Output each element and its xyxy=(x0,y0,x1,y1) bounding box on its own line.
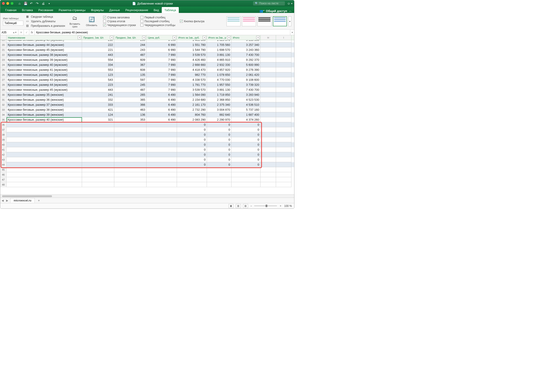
cell[interactable] xyxy=(276,162,291,167)
cell[interactable]: 4 374 260 xyxy=(232,117,261,122)
cell[interactable]: 0 xyxy=(207,147,232,152)
table-style-thumb-selected[interactable] xyxy=(273,16,287,26)
cell[interactable] xyxy=(82,177,114,182)
page-layout-icon[interactable]: ▥ xyxy=(236,204,241,208)
cell[interactable]: 7 990 xyxy=(146,62,177,67)
cell[interactable]: 553 xyxy=(82,67,114,72)
col-header[interactable]: I xyxy=(276,35,291,40)
cell[interactable]: 608 xyxy=(114,67,146,72)
cell[interactable]: 2 290 970 xyxy=(207,117,232,122)
cell[interactable] xyxy=(261,167,276,172)
cell[interactable] xyxy=(276,92,291,97)
cell[interactable] xyxy=(232,177,261,182)
accept-formula-button[interactable]: ✓ xyxy=(24,30,29,35)
cell[interactable] xyxy=(207,177,232,182)
cell[interactable]: 0 xyxy=(177,157,207,162)
cell[interactable] xyxy=(177,167,207,172)
cell[interactable] xyxy=(261,102,276,107)
cell[interactable]: 9 276 390 xyxy=(232,67,261,72)
cell[interactable] xyxy=(261,67,276,72)
cell[interactable] xyxy=(114,172,146,177)
cell[interactable] xyxy=(276,42,291,47)
cell[interactable]: 0 xyxy=(232,152,261,157)
banded-cols-checkbox[interactable]: Чередующиеся столбцы xyxy=(140,24,175,27)
cell[interactable] xyxy=(261,107,276,112)
expand-formula-icon[interactable]: ▾ xyxy=(290,30,294,35)
ribbon-tab[interactable]: Вид xyxy=(151,7,162,13)
cell[interactable] xyxy=(261,182,276,187)
cell[interactable]: 443 xyxy=(82,87,114,92)
cell[interactable]: 0 xyxy=(177,132,207,137)
cell[interactable]: 3 891 130 xyxy=(207,52,232,57)
cell[interactable]: 0 xyxy=(207,157,232,162)
cell[interactable]: 245 xyxy=(114,82,146,87)
row-header[interactable]: 46 xyxy=(0,172,7,177)
cell[interactable] xyxy=(114,167,146,172)
cell[interactable]: 609 xyxy=(114,57,146,62)
cell[interactable]: 4 523 530 xyxy=(232,97,261,102)
cell[interactable] xyxy=(146,172,177,177)
cell[interactable] xyxy=(276,142,291,147)
cell[interactable] xyxy=(7,152,82,157)
cell[interactable]: 597 xyxy=(114,77,146,82)
cell[interactable]: 5 600 990 xyxy=(232,62,261,67)
first-col-checkbox[interactable]: Первый столбец xyxy=(140,16,175,19)
cell[interactable]: Кроссовки беговые, размер 45 (мужские) xyxy=(7,47,82,52)
cell[interactable]: Кроссовки беговые, размер 35 (женские) xyxy=(7,92,82,97)
cell[interactable]: 243 xyxy=(114,47,146,52)
horizontal-scrollbar[interactable] xyxy=(0,194,294,198)
cell[interactable]: 0 xyxy=(177,127,207,132)
cell[interactable] xyxy=(82,132,114,137)
cell[interactable]: Кроссовки беговые, размер 38 (женские) xyxy=(7,107,82,112)
cell[interactable]: 1 628 670 xyxy=(207,40,232,42)
filter-icon[interactable]: ▾ xyxy=(173,36,176,39)
collapse-ribbon-icon[interactable]: ︿ xyxy=(289,9,292,13)
cell[interactable] xyxy=(261,117,276,122)
ribbon-tab[interactable]: Главная xyxy=(2,7,19,13)
cell[interactable]: 7 990 xyxy=(146,87,177,92)
cell[interactable]: 0 xyxy=(177,152,207,157)
row-header[interactable]: 34 xyxy=(0,112,7,117)
cell[interactable]: Кроссовки беговые, размер 44 (мужские) xyxy=(7,42,82,47)
cell[interactable] xyxy=(82,127,114,132)
row-header[interactable]: 25 xyxy=(0,67,7,72)
ribbon-tab[interactable]: Рецензирование xyxy=(123,7,151,13)
cell[interactable]: 443 xyxy=(82,52,114,57)
cell[interactable]: 0 xyxy=(177,142,207,147)
row-header[interactable]: 47 xyxy=(0,177,7,182)
cell[interactable]: 6 990 xyxy=(146,42,177,47)
cell[interactable] xyxy=(232,182,261,187)
cell[interactable] xyxy=(82,182,114,187)
search-input[interactable]: 🔍 Поиск на листе xyxy=(253,1,285,6)
table-style-thumb[interactable] xyxy=(257,16,271,26)
row-header[interactable]: 30 xyxy=(0,92,7,97)
cell[interactable]: 1 481 880 xyxy=(177,40,207,42)
col-header[interactable]: Наименование▾ xyxy=(7,35,82,40)
cell[interactable] xyxy=(177,172,207,177)
cell[interactable] xyxy=(276,182,291,187)
cell[interactable]: 3 739 320 xyxy=(232,82,261,87)
cell[interactable] xyxy=(261,132,276,137)
cell[interactable] xyxy=(276,97,291,102)
filter-icon[interactable]: ▾ xyxy=(78,36,81,39)
sheet-prev-icon[interactable]: ◀ xyxy=(0,199,5,202)
cell[interactable]: 332 xyxy=(82,97,114,102)
cell[interactable]: 1 957 550 xyxy=(207,82,232,87)
row-header[interactable]: 33 xyxy=(0,107,7,112)
row-header[interactable]: 37 xyxy=(0,127,7,132)
cell[interactable]: 124 xyxy=(82,112,114,117)
row-header[interactable]: 21 xyxy=(0,47,7,52)
feedback-menu-icon[interactable]: ▾ xyxy=(291,2,292,5)
cell[interactable] xyxy=(276,57,291,62)
row-header[interactable]: 20 xyxy=(0,42,7,47)
cell[interactable] xyxy=(261,42,276,47)
cell[interactable]: 4 857 920 xyxy=(207,67,232,72)
cell[interactable]: 9 108 600 xyxy=(232,77,261,82)
cell[interactable] xyxy=(82,137,114,142)
zoom-out-icon[interactable]: − xyxy=(250,204,252,208)
cell[interactable] xyxy=(261,122,276,127)
row-header[interactable]: 45 xyxy=(0,167,7,172)
cell[interactable] xyxy=(82,157,114,162)
row-header[interactable]: 22 xyxy=(0,52,7,57)
cell[interactable] xyxy=(276,152,291,157)
